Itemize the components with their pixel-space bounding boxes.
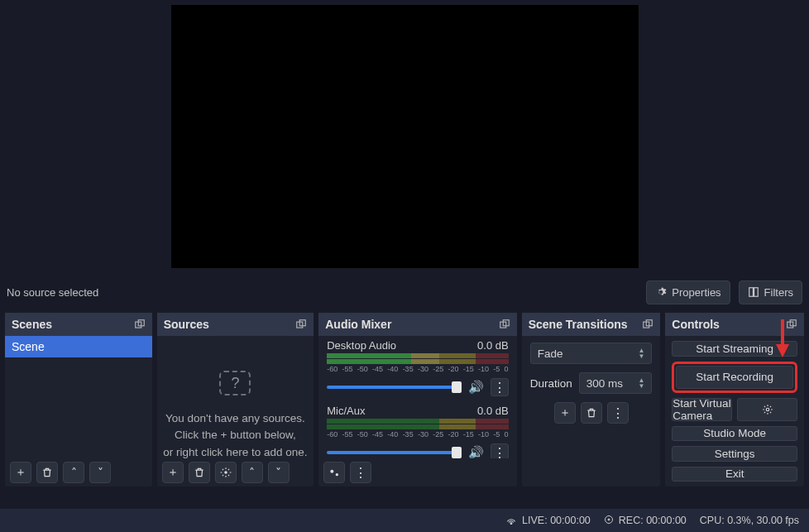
speaker-icon[interactable]: 🔊 [468, 445, 484, 458]
scene-up-button[interactable]: ˄ [63, 462, 84, 483]
filters-label: Filters [764, 286, 793, 299]
remove-source-button[interactable] [189, 462, 210, 483]
sources-list[interactable]: ? You don't have any sources. Click the … [157, 336, 314, 458]
signal-icon [505, 515, 517, 527]
sources-header: Sources [157, 313, 314, 336]
status-live-text: LIVE: 00:00:00 [522, 515, 591, 526]
audio-ticks: -60-55-50-45-40-35-30-25-20-15-10-50 [327, 429, 508, 440]
preview-canvas[interactable] [171, 5, 639, 268]
source-down-button[interactable]: ˅ [268, 462, 290, 483]
transition-select[interactable]: Fade ▲▼ [530, 343, 653, 364]
sources-panel: Sources ? You don't have any sources. Cl… [157, 313, 314, 486]
annotation-arrow [774, 318, 791, 357]
scene-down-button[interactable]: ˅ [89, 462, 111, 483]
audio-mixer-menu[interactable] [350, 462, 371, 483]
status-rec: REC: 00:00:00 [604, 515, 687, 527]
sources-footer: ＋ ˄ ˅ [157, 458, 314, 486]
add-scene-button[interactable]: ＋ [10, 462, 31, 483]
audio-mixer-title: Audio Mixer [325, 318, 391, 331]
add-source-button[interactable]: ＋ [162, 462, 184, 483]
gear-icon [220, 467, 232, 478]
scenes-list[interactable]: Scene [5, 336, 152, 458]
updown-icon: ▲▼ [638, 347, 644, 359]
status-bar: LIVE: 00:00:00 REC: 00:00:00 CPU: 0.3%, … [0, 509, 809, 532]
settings-button[interactable]: Settings [672, 446, 797, 462]
status-rec-text: REC: 00:00:00 [619, 515, 687, 526]
volume-slider[interactable] [327, 386, 461, 389]
popout-icon[interactable] [642, 319, 653, 330]
scenes-footer: ＋ ˄ ˅ [5, 458, 152, 486]
controls-title: Controls [672, 318, 720, 331]
sources-empty-line1: You don't have any sources. [157, 410, 314, 427]
updown-icon: ▲▼ [638, 377, 644, 389]
audio-meter [327, 359, 508, 364]
audio-meter [327, 353, 508, 358]
transitions-header: Scene Transitions [522, 313, 661, 336]
gear-icon [762, 404, 773, 415]
scenes-panel: Scenes Scene ＋ ˄ ˅ [5, 313, 152, 486]
add-transition-button[interactable]: ＋ [554, 402, 576, 424]
audio-channel-name: Desktop Audio [327, 339, 396, 352]
popout-icon[interactable] [134, 319, 146, 330]
audio-advanced-button[interactable] [323, 462, 345, 483]
status-cpu: CPU: 0.3%, 30.00 fps [700, 515, 799, 526]
audio-mixer-footer [318, 458, 516, 486]
audio-channel: Mic/Aux 0.0 dB -60-55-50-45-40-35-30-25-… [318, 401, 516, 458]
audio-channel-name: Mic/Aux [327, 405, 365, 417]
transitions-title: Scene Transitions [529, 318, 628, 331]
properties-button[interactable]: Properties [646, 280, 730, 304]
svg-point-15 [766, 408, 769, 411]
transitions-body: Fade ▲▼ Duration 300 ms ▲▼ ＋ [522, 336, 661, 486]
status-live: LIVE: 00:00:00 [505, 515, 591, 527]
svg-point-10 [336, 473, 338, 476]
remove-transition-button[interactable] [581, 402, 602, 424]
preview-area [0, 0, 809, 271]
remove-scene-button[interactable] [36, 462, 58, 483]
preview-toolbar: No source selected Properties Filters [0, 271, 809, 313]
transition-menu-button[interactable] [607, 402, 629, 424]
scenes-header: Scenes [5, 313, 152, 336]
audio-meter [327, 419, 508, 424]
popout-icon[interactable] [295, 319, 307, 330]
transitions-panel: Scene Transitions Fade ▲▼ Duration 300 m… [522, 313, 661, 486]
dock-panels: Scenes Scene ＋ ˄ ˅ Sources ? [0, 313, 809, 486]
audio-channel-db: 0.0 dB [477, 339, 509, 352]
start-recording-button[interactable]: Start Recording [676, 366, 793, 389]
controls-body: Start Streaming Start Recording Start Vi… [665, 336, 804, 486]
volume-slider[interactable] [327, 451, 461, 454]
exit-button[interactable]: Exit [672, 467, 797, 482]
svg-point-20 [608, 519, 610, 520]
speaker-icon[interactable]: 🔊 [468, 380, 484, 395]
trash-icon [41, 467, 53, 478]
source-up-button[interactable]: ˄ [242, 462, 263, 483]
audio-channel-menu[interactable] [491, 378, 509, 396]
scenes-title: Scenes [12, 318, 52, 331]
scene-item[interactable]: Scene [5, 336, 152, 357]
filters-icon [748, 286, 759, 298]
studio-mode-button[interactable]: Studio Mode [672, 426, 797, 442]
duration-value: 300 ms [586, 377, 623, 390]
popout-icon[interactable] [499, 319, 510, 330]
audio-meter [327, 424, 508, 429]
duration-label: Duration [530, 377, 572, 390]
annotation-highlight: Start Recording [672, 362, 797, 393]
trash-icon [586, 407, 597, 419]
audio-mixer-panel: Audio Mixer Desktop Audio 0.0 dB -60-55-… [318, 313, 516, 486]
audio-ticks: -60-55-50-45-40-35-30-25-20-15-10-50 [327, 364, 508, 375]
audio-channel: Desktop Audio 0.0 dB -60-55-50-45-40-35-… [318, 336, 516, 401]
source-status-text: No source selected [7, 286, 98, 299]
virtual-camera-settings-button[interactable] [737, 398, 797, 421]
sources-empty-line3: or right click here to add one. [157, 444, 314, 459]
svg-rect-1 [754, 288, 758, 297]
transition-selected: Fade [538, 347, 563, 360]
duration-input[interactable]: 300 ms ▲▼ [579, 372, 653, 394]
audio-channel-db: 0.0 dB [477, 405, 509, 417]
svg-point-6 [224, 471, 227, 474]
audio-channel-menu[interactable] [491, 443, 509, 458]
audio-mixer-header: Audio Mixer [318, 313, 516, 336]
filters-button[interactable]: Filters [739, 280, 802, 304]
start-virtual-camera-button[interactable]: Start Virtual Camera [672, 398, 732, 421]
source-settings-button[interactable] [215, 462, 237, 483]
gears-icon [328, 467, 341, 478]
svg-rect-0 [749, 288, 753, 297]
